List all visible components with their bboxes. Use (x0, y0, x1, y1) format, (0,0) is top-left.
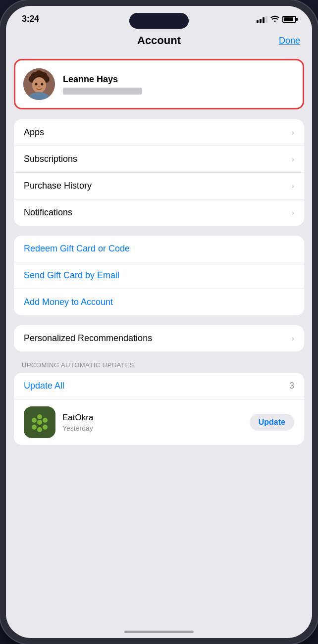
eatokra-info: EatOkra Yesterday (62, 413, 243, 432)
status-time: 3:24 (22, 14, 39, 24)
svg-point-10 (38, 86, 40, 88)
updates-section-label: UPCOMING AUTOMATIC UPDATES (6, 361, 312, 369)
subscriptions-menu-item[interactable]: Subscriptions › (14, 146, 304, 173)
eatokra-app-name: EatOkra (62, 413, 243, 423)
notifications-menu-item[interactable]: Notifications › (14, 199, 304, 226)
updates-list: Update All 3 (14, 373, 304, 445)
purchase-history-label: Purchase History (24, 181, 92, 191)
chevron-right-icon: › (292, 128, 294, 137)
svg-point-6 (36, 70, 43, 77)
chevron-right-icon: › (292, 155, 294, 164)
personalized-recommendations-item[interactable]: Personalized Recommendations › (14, 325, 304, 351)
profile-card[interactable]: Leanne Hays (14, 59, 304, 109)
screen: 3:24 (6, 6, 312, 638)
purchase-history-menu-item[interactable]: Purchase History › (14, 173, 304, 199)
apps-label: Apps (24, 127, 44, 138)
phone-shell: 3:24 (0, 0, 318, 644)
personalized-recommendations-label: Personalized Recommendations (24, 333, 152, 344)
svg-point-9 (41, 83, 44, 86)
svg-point-15 (37, 427, 42, 432)
eatokra-update-date: Yesterday (62, 424, 243, 432)
status-icons (257, 15, 296, 23)
personalized-group: Personalized Recommendations › (14, 325, 304, 351)
svg-point-7 (32, 77, 46, 93)
main-menu-group: Apps › Subscriptions › Purchase History … (14, 119, 304, 226)
page-title: Account (137, 34, 181, 47)
battery-icon (282, 16, 296, 23)
add-money-item[interactable]: Add Money to Account (14, 289, 304, 315)
dynamic-island (129, 13, 189, 29)
done-button[interactable]: Done (279, 36, 300, 46)
redeem-gift-card-item[interactable]: Redeem Gift Card or Code (14, 236, 304, 262)
send-gift-card-label: Send Gift Card by Email (24, 270, 119, 281)
avatar (23, 68, 55, 100)
home-indicator (124, 631, 194, 633)
content-area: Account Done (6, 28, 312, 633)
subscriptions-label: Subscriptions (24, 154, 77, 164)
svg-point-12 (37, 414, 42, 419)
update-count-badge: 3 (289, 381, 294, 391)
profile-name: Leanne Hays (63, 74, 295, 85)
update-app-button[interactable]: Update (250, 414, 294, 431)
notifications-label: Notifications (24, 207, 72, 218)
chevron-right-icon: › (292, 182, 294, 191)
svg-point-17 (32, 418, 37, 423)
nav-header: Account Done (6, 28, 312, 55)
profile-info: Leanne Hays (63, 74, 295, 95)
profile-email-masked (63, 88, 142, 95)
send-gift-card-item[interactable]: Send Gift Card by Email (14, 262, 304, 289)
svg-point-18 (37, 420, 42, 425)
update-all-button[interactable]: Update All (24, 381, 64, 391)
gift-card-group: Redeem Gift Card or Code Send Gift Card … (14, 236, 304, 315)
chevron-right-icon: › (292, 208, 294, 217)
svg-point-13 (43, 418, 48, 423)
redeem-gift-card-label: Redeem Gift Card or Code (24, 244, 130, 254)
apps-menu-item[interactable]: Apps › (14, 119, 304, 146)
svg-point-14 (43, 425, 48, 430)
svg-point-16 (32, 425, 37, 430)
app-update-row: EatOkra Yesterday Update (14, 399, 304, 445)
svg-point-8 (35, 83, 38, 86)
chevron-right-icon: › (292, 334, 294, 343)
signal-bars-icon (257, 16, 267, 23)
wifi-icon (270, 15, 279, 23)
add-money-label: Add Money to Account (24, 297, 113, 307)
update-all-row: Update All 3 (14, 373, 304, 399)
eatokra-app-icon (24, 406, 55, 438)
